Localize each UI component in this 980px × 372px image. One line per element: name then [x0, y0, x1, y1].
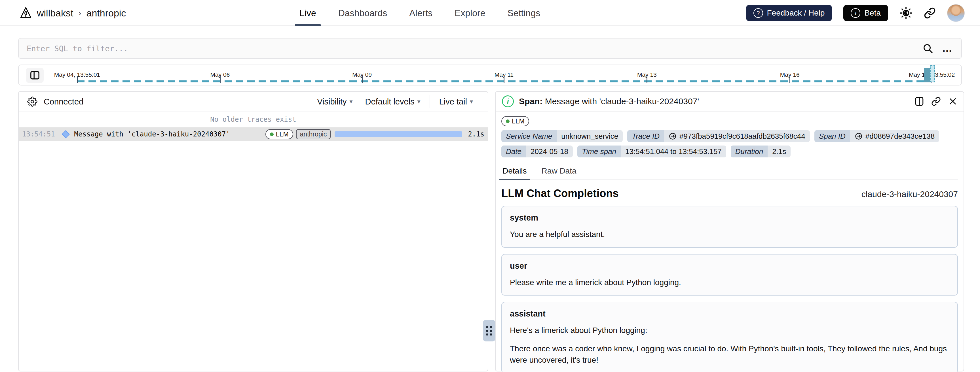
tab-raw-data[interactable]: Raw Data	[541, 164, 578, 179]
connection-status-label: Connected	[44, 97, 83, 106]
trace-timestamp: 13:54:51	[22, 130, 55, 138]
meta-service-name: Service Name unknown_service	[501, 130, 623, 142]
sql-filter-input[interactable]	[27, 44, 922, 53]
meta-time-span: Time span 13:54:51.044 to 13:54:53.157	[578, 146, 726, 157]
duration-bar	[335, 131, 462, 137]
message-role: assistant	[510, 309, 950, 318]
green-dot-icon	[506, 119, 509, 123]
sidebar-toggle-icon[interactable]	[26, 68, 44, 83]
meta-date: Date 2024-05-18	[501, 146, 573, 157]
message-card-user: user Please write me a limerick about Py…	[501, 254, 958, 296]
span-detail-header: i Span: Message with 'claude-3-haiku-202…	[496, 92, 964, 112]
gear-icon[interactable]	[27, 97, 37, 107]
info-icon: i	[851, 8, 860, 18]
timeline: May 04, 13:55:01 May 06 May 09 May 11 Ma…	[18, 65, 962, 85]
sql-filter-bar: …	[18, 38, 962, 59]
share-link-icon[interactable]	[924, 7, 936, 19]
breadcrumb-project[interactable]: anthropic	[86, 8, 126, 19]
close-icon[interactable]	[948, 97, 957, 106]
traces-panel: Connected Visibility▾ Default levels▾ Li…	[18, 91, 488, 372]
message-card-system: system You are a helpful assistant.	[501, 206, 958, 248]
message-content: Here's a limerick about Python logging:	[510, 325, 950, 336]
trace-row[interactable]: 13:54:51 Message with 'claude-3-haiku-20…	[19, 127, 488, 141]
meta-duration: Duration 2.1s	[731, 146, 791, 157]
theme-toggle-icon[interactable]	[899, 6, 913, 19]
more-options-icon[interactable]: …	[942, 43, 953, 54]
meta-span-id[interactable]: Span ID #d08697de343ce138	[815, 130, 939, 142]
message-card-assistant: assistant Here's a limerick about Python…	[501, 302, 958, 372]
no-older-traces-message: No older traces exist	[19, 112, 488, 127]
timeline-selection[interactable]	[931, 65, 935, 82]
message-content: There once was a coder who knew, Logging…	[510, 343, 950, 366]
scope-tag: anthropic	[296, 129, 331, 139]
connection-status: Connected	[27, 97, 83, 107]
chevron-down-icon: ▾	[470, 98, 473, 105]
default-levels-dropdown[interactable]: Default levels▾	[359, 97, 426, 106]
timeline-dashed-track	[77, 81, 935, 82]
tab-settings[interactable]: Settings	[506, 0, 542, 26]
span-detail-tabs: Details Raw Data	[501, 164, 958, 180]
breadcrumb-org[interactable]: willbakst	[37, 8, 73, 19]
message-role: system	[510, 213, 950, 223]
split-view-icon[interactable]	[915, 97, 924, 106]
nav-actions: ? Feedback / Help i Beta	[746, 0, 965, 26]
permalink-icon[interactable]	[931, 97, 941, 106]
user-avatar[interactable]	[947, 4, 965, 22]
beta-button[interactable]: i Beta	[843, 5, 888, 21]
nav-tabs: Live Dashboards Alerts Explore Settings	[298, 0, 558, 26]
live-tail-dropdown[interactable]: Live tail▾	[433, 97, 479, 106]
top-navbar: willbakst › anthropic Live Dashboards Al…	[0, 0, 980, 26]
meta-trace-id[interactable]: Trace ID #973fba5919cf9c618aafdb2635f68c…	[627, 130, 810, 142]
tab-alerts[interactable]: Alerts	[407, 0, 434, 26]
model-name: claude-3-haiku-20240307	[861, 189, 958, 199]
breadcrumb: willbakst › anthropic	[20, 0, 126, 26]
chevron-down-icon: ▾	[349, 98, 352, 105]
link-icon	[669, 132, 676, 140]
span-diamond-icon	[62, 130, 70, 138]
question-icon: ?	[753, 8, 763, 18]
span-detail-panel: i Span: Message with 'claude-3-haiku-202…	[495, 91, 964, 372]
divider	[430, 95, 430, 108]
drag-dots-icon	[486, 326, 492, 336]
link-icon	[855, 132, 862, 140]
message-role: user	[510, 261, 950, 271]
timeline-axis[interactable]: May 04, 13:55:01 May 06 May 09 May 11 Ma…	[52, 65, 962, 85]
tab-explore[interactable]: Explore	[453, 0, 487, 26]
timeline-activity-spike	[924, 68, 930, 82]
section-title: LLM Chat Completions	[501, 187, 619, 199]
breadcrumb-separator: ›	[78, 8, 81, 18]
search-icon[interactable]	[922, 43, 934, 54]
span-title: Span: Message with 'claude-3-haiku-20240…	[519, 97, 699, 106]
tab-live[interactable]: Live	[298, 0, 318, 26]
tab-details[interactable]: Details	[501, 164, 528, 179]
chevron-down-icon: ▾	[417, 98, 420, 105]
llm-tag: LLM	[501, 116, 529, 126]
green-dot-icon	[270, 133, 274, 136]
message-content: Please write me a limerick about Python …	[510, 277, 950, 288]
span-info-icon: i	[502, 95, 514, 107]
visibility-dropdown[interactable]: Visibility▾	[311, 97, 359, 106]
llm-tag: LLM	[266, 129, 293, 139]
panel-resize-handle[interactable]	[483, 320, 495, 342]
logfire-logo-icon[interactable]	[20, 6, 32, 19]
trace-duration: 2.1s	[468, 130, 484, 138]
message-content: You are a helpful assistant.	[510, 229, 950, 241]
feedback-help-button[interactable]: ? Feedback / Help	[746, 5, 832, 21]
tab-dashboards[interactable]: Dashboards	[337, 0, 389, 26]
trace-title: Message with 'claude-3-haiku-20240307'	[74, 130, 230, 138]
traces-panel-header: Connected Visibility▾ Default levels▾ Li…	[19, 92, 488, 112]
